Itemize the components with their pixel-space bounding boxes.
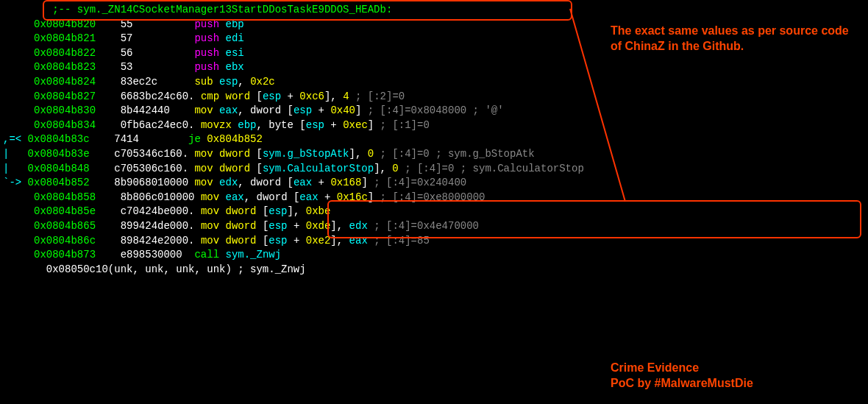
disasm-line: 0x0804b830 8b442440 mov eax, dword [esp … <box>3 104 865 118</box>
disasm-line: 0x0804b824 83ec2c sub esp, 0x2c <box>3 75 865 90</box>
annotation-text-bottom: Crime Evidence PoC by #MalwareMustDie <box>611 361 753 391</box>
disasm-line: 0x0804b823 53 push ebx <box>3 60 865 75</box>
disasm-line: 0x0804b834 0fb6ac24ec0. movzx ebp, byte … <box>3 118 865 133</box>
disasm-line: ,=< 0x0804b83c 7414 je 0x804b852 <box>3 132 865 147</box>
disasm-line: 0x0804b827 6683bc24c60. cmp word [esp + … <box>3 90 865 104</box>
disasm-line: 0x0804b865 899424de000. mov dword [esp +… <box>3 219 865 234</box>
disasm-line: 0x0804b86c 898424e2000. mov dword [esp +… <box>3 234 865 249</box>
disasm-line: `-> 0x0804b852 8b9068010000 mov edx, dwo… <box>3 176 865 191</box>
disasm-line: 0x0804b873 e898530000 call sym._Znwj <box>3 248 865 263</box>
function-symbol-header: ;-- sym._ZN14CSocketManager13StartDDosTa… <box>3 3 865 18</box>
disasm-line: | 0x0804b848 c705306c160. mov dword [sym… <box>3 162 865 177</box>
disasm-line: 0x0804b85e c70424be000. mov dword [esp],… <box>3 205 865 219</box>
disasm-line: | 0x0804b83e c705346c160. mov dword [sym… <box>3 147 865 162</box>
annotation-text-top: The exact same values as per source code… <box>611 24 853 54</box>
call-arguments-footer: 0x08050c10(unk, unk, unk, unk) ; sym._Zn… <box>3 263 865 277</box>
disasm-line: 0x0804b858 8b806c010000 mov eax, dword [… <box>3 191 865 205</box>
